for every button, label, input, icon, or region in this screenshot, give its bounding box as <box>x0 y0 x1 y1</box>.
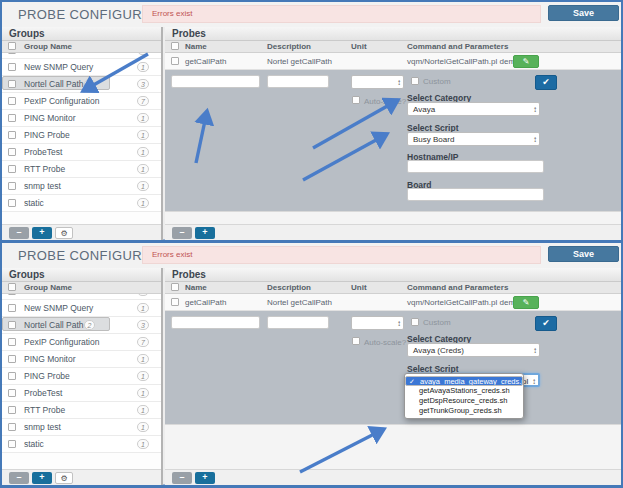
probe-description-cell: Nortel getCallPath <box>267 298 332 307</box>
group-row-rtt-probe[interactable]: RTT Probe1 <box>2 161 161 178</box>
group-label: multiValueProbe <box>24 294 137 296</box>
category-select[interactable]: Avaya (Creds) ↕ <box>407 343 540 357</box>
probe-description-input[interactable] <box>267 316 329 329</box>
custom-checkbox[interactable] <box>411 77 419 85</box>
group-checkbox[interactable] <box>8 63 16 71</box>
select-all-groups-checkbox[interactable] <box>8 283 16 291</box>
group-checkbox[interactable] <box>8 423 16 431</box>
group-settings-button[interactable]: ⚙ <box>55 472 73 484</box>
add-group-button[interactable]: + <box>32 472 52 484</box>
select-all-probes-checkbox[interactable] <box>171 42 179 50</box>
script-select[interactable]: Busy Board ↕ <box>407 132 540 146</box>
group-checkbox[interactable] <box>8 182 16 190</box>
group-checkbox[interactable] <box>8 80 16 88</box>
group-checkbox[interactable] <box>8 440 16 448</box>
save-button[interactable]: Save <box>548 246 619 262</box>
group-count-badge: 1 <box>137 130 149 140</box>
group-count-badge: 2 <box>84 320 96 330</box>
group-settings-button[interactable]: ⚙ <box>55 227 73 239</box>
group-row-rtt-probe[interactable]: RTT Probe1 <box>2 402 161 419</box>
group-row-new-snmp-query[interactable]: New SNMP Query1 <box>2 300 161 317</box>
group-row-new-snmp-query[interactable]: New SNMP Query1 <box>2 59 161 76</box>
board-input[interactable] <box>407 188 544 201</box>
edit-probe-button[interactable]: ✎ <box>513 296 539 309</box>
custom-checkbox[interactable] <box>411 318 419 326</box>
group-row-ping-probe[interactable]: PING Probe1 <box>2 127 161 144</box>
add-group-button[interactable]: + <box>32 227 52 239</box>
save-button[interactable]: Save <box>548 5 619 21</box>
hostname-input[interactable] <box>407 160 544 173</box>
group-row-nortel-call-path[interactable]: Nortel Call Path2 <box>2 76 110 90</box>
group-row-ping-monitor[interactable]: PING Monitor1 <box>2 110 161 127</box>
remove-probe-button[interactable]: – <box>172 472 192 484</box>
group-row-probetest[interactable]: ProbeTest1 <box>2 144 161 161</box>
probe-table-row[interactable]: getCallPath Nortel getCallPath vqm/Norte… <box>165 294 621 311</box>
group-checkbox[interactable] <box>8 199 16 207</box>
group-checkbox[interactable] <box>8 304 16 312</box>
unit-select[interactable]: ↕ <box>351 316 404 330</box>
group-checkbox[interactable] <box>8 372 16 380</box>
group-checkbox[interactable] <box>8 321 16 329</box>
group-checkbox[interactable] <box>8 114 16 122</box>
group-row-static[interactable]: static1 <box>2 436 161 453</box>
group-checkbox[interactable] <box>8 338 16 346</box>
unit-column-header: Unit <box>351 283 367 292</box>
probes-toolbar: – + <box>165 224 621 240</box>
category-select[interactable]: Avaya ↕ <box>407 102 540 116</box>
group-checkbox[interactable] <box>8 406 16 414</box>
probe-name-cell: getCallPath <box>185 57 226 66</box>
group-checkbox[interactable] <box>8 165 16 173</box>
probe-description-input[interactable] <box>267 75 329 88</box>
probe-edit-form: ↕ Custom ✔ Auto-scale? Select Category A… <box>165 70 621 211</box>
probe-table-row[interactable]: getCallPath Nortel getCallPath vqm/Norte… <box>165 53 621 70</box>
add-probe-button[interactable]: + <box>195 227 215 239</box>
add-probe-button[interactable]: + <box>195 472 215 484</box>
select-stepper-icon: ↕ <box>533 345 537 357</box>
groups-toolbar: – + ⚙ <box>2 224 161 240</box>
group-row-snmp-test[interactable]: snmp test1 <box>2 419 161 436</box>
group-row-static[interactable]: static1 <box>2 195 161 212</box>
autoscale-checkbox[interactable] <box>352 96 360 104</box>
script-option-gettrunkgroup-creds-sh[interactable]: getTrunkGroup_creds.sh <box>405 406 523 416</box>
header-bar: PROBE CONFIGURATION Errors exist Save <box>2 243 621 268</box>
remove-probe-button[interactable]: – <box>172 227 192 239</box>
confirm-probe-button[interactable]: ✔ <box>535 75 557 90</box>
group-checkbox[interactable] <box>8 53 16 54</box>
select-all-probes-checkbox[interactable] <box>171 283 179 291</box>
unit-select[interactable]: ↕ <box>351 75 404 89</box>
group-label: RTT Probe <box>24 164 137 174</box>
group-row-ping-monitor[interactable]: PING Monitor1 <box>2 351 161 368</box>
group-label: PING Monitor <box>24 354 137 364</box>
group-row-snmp-test[interactable]: snmp test1 <box>2 178 161 195</box>
script-option-getavayastations-creds-sh[interactable]: getAvayaStations_creds.sh <box>405 386 523 396</box>
script-option-avaya-media-gateway-creds-pl[interactable]: ✓avaya_media_gateway_creds.pl <box>405 376 523 386</box>
probe-row-checkbox[interactable] <box>171 57 179 65</box>
group-checkbox[interactable] <box>8 294 16 295</box>
group-checkbox[interactable] <box>8 148 16 156</box>
autoscale-checkbox[interactable] <box>352 337 360 345</box>
probe-name-input[interactable] <box>171 316 260 329</box>
group-row-ping-probe[interactable]: PING Probe1 <box>2 368 161 385</box>
group-label: static <box>24 439 137 449</box>
probe-edit-form: ↕ Custom ✔ Auto-scale? Select Category A… <box>165 311 621 424</box>
remove-group-button[interactable]: – <box>9 227 29 239</box>
script-option-getdspresource-creds-sh[interactable]: getDspResource_creds.sh <box>405 396 523 406</box>
group-count-badge: 7 <box>137 96 149 106</box>
group-row-pexip-configuration[interactable]: PexIP Configuration7 <box>2 93 161 110</box>
group-checkbox[interactable] <box>8 131 16 139</box>
probe-name-input[interactable] <box>171 75 260 88</box>
edit-probe-button[interactable]: ✎ <box>513 55 539 68</box>
group-row-pexip-configuration[interactable]: PexIP Configuration7 <box>2 334 161 351</box>
group-row-nortel-call-path[interactable]: Nortel Call Path2 <box>2 317 110 331</box>
group-checkbox[interactable] <box>8 97 16 105</box>
group-checkbox[interactable] <box>8 389 16 397</box>
group-row-probetest[interactable]: ProbeTest1 <box>2 385 161 402</box>
group-count-badge: 1 <box>137 181 149 191</box>
remove-group-button[interactable]: – <box>9 472 29 484</box>
select-all-groups-checkbox[interactable] <box>8 42 16 50</box>
confirm-probe-button[interactable]: ✔ <box>535 316 557 331</box>
error-banner: Errors exist <box>142 5 541 23</box>
name-column-header: Name <box>185 283 207 292</box>
group-checkbox[interactable] <box>8 355 16 363</box>
probe-row-checkbox[interactable] <box>171 298 179 306</box>
